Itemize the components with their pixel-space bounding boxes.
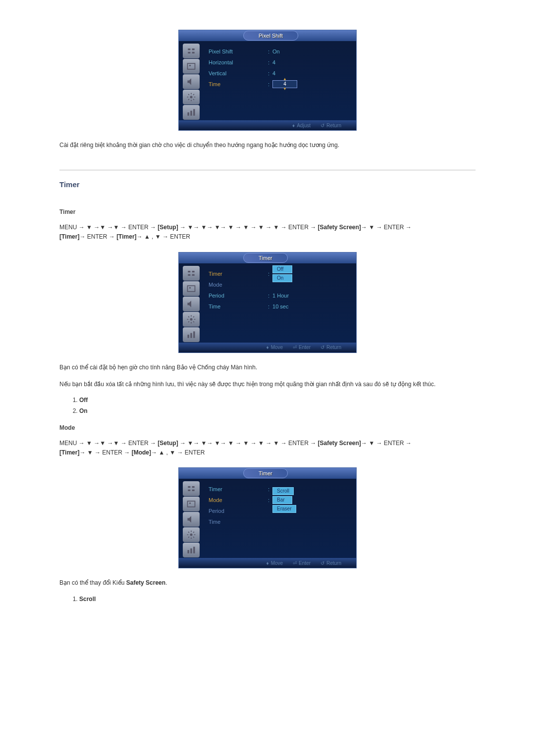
osd-label: Time (209, 303, 268, 309)
osd-header: Timer (179, 252, 356, 263)
osd-option[interactable]: Eraser (272, 505, 296, 513)
svg-rect-10 (190, 333, 192, 338)
osd-spinner[interactable]: 4 (272, 80, 297, 88)
svg-rect-17 (193, 547, 195, 554)
multi-icon (183, 543, 200, 557)
setup-icon (183, 90, 200, 104)
osd-value: 4 (272, 70, 275, 76)
footer-move: ♦ Move (267, 560, 283, 566)
svg-rect-9 (188, 335, 189, 338)
list-item: Off (79, 397, 476, 403)
setup-icon (183, 527, 200, 542)
osd-body: Timer : Off On Mode Period : 1 Hour Time (179, 263, 356, 343)
svg-point-7 (189, 287, 191, 288)
osd-header: Pixel Shift (179, 30, 356, 41)
footer-adjust: ♦ Adjust (292, 123, 311, 128)
osd-label: Timer (209, 486, 268, 492)
osd-items: Timer : On Mode : Scroll Bar Eraser Peri… (204, 479, 356, 558)
option-list: Scroll (79, 596, 476, 603)
subsection-mode: Mode (59, 424, 476, 431)
colon: : (268, 497, 269, 503)
multi-icon (183, 105, 200, 120)
section-heading-timer: Timer (59, 180, 476, 189)
osd-items: Timer : Off On Mode Period : 1 Hour Time (204, 263, 356, 343)
footer-enter: ⏎ Enter (293, 345, 311, 350)
osd-row: Time : 10 sec (209, 301, 351, 312)
paragraph: Cài đặt riêng biệt khoảng thời gian chờ … (59, 141, 476, 150)
svg-rect-11 (193, 331, 195, 338)
sound-icon (183, 512, 200, 527)
osd-row: Horizontal : 4 (209, 57, 351, 68)
osd-option[interactable]: On (272, 274, 292, 282)
svg-point-1 (189, 65, 191, 66)
osd-option-selected[interactable]: Off (272, 265, 292, 273)
osd-row: Vertical : 4 (209, 68, 351, 79)
osd-row: Pixel Shift : On (209, 46, 351, 57)
document-content: Pixel Shift Pixel Shift : On Horizontal … (59, 30, 476, 603)
footer-return: ↺ Return (321, 560, 341, 566)
osd-label: Pixel Shift (209, 49, 268, 54)
osd-icon-column (179, 41, 204, 120)
picture-icon (183, 497, 200, 511)
svg-rect-3 (188, 112, 189, 116)
svg-point-8 (190, 318, 193, 320)
menu-nav-path: MENU → ▼ →▼ →▼ → ENTER → [Setup] → ▼→ ▼→… (59, 439, 476, 457)
colon: : (268, 59, 269, 65)
multi-icon (183, 327, 200, 342)
svg-point-2 (190, 96, 193, 99)
osd-body: Timer : On Mode : Scroll Bar Eraser Peri… (179, 479, 356, 558)
osd-footer: ♦ Move ⏎ Enter ↺ Return (179, 558, 356, 568)
osd-row: Period : 1 Hour (209, 290, 351, 301)
svg-rect-5 (193, 109, 195, 115)
osd-footer: ♦ Adjust ↺ Return (179, 120, 356, 130)
colon: : (268, 303, 269, 309)
osd-label: Vertical (209, 70, 268, 76)
sound-icon (183, 74, 200, 89)
paragraph: Bạn có thể thay đổi Kiểu Safety Screen. (59, 578, 476, 588)
osd-value: On (272, 49, 280, 54)
svg-rect-12 (188, 501, 195, 507)
sound-icon (183, 297, 200, 311)
osd-value: 10 sec (272, 303, 288, 309)
list-item: Scroll (79, 596, 476, 603)
paragraph: Bạn có thể cài đặt bộ hẹn giờ cho tính n… (59, 363, 476, 372)
osd-label: Time (209, 519, 268, 525)
setup-icon (183, 312, 200, 327)
osd-timer-mode: Timer Timer : On Mode : (178, 467, 357, 568)
osd-label: Timer (209, 271, 268, 277)
picture-icon (183, 59, 200, 74)
colon: : (268, 81, 269, 87)
osd-timer: Timer Timer : Off On (178, 252, 357, 353)
menu-nav-path: MENU → ▼ →▼ →▼ → ENTER → [Setup] → ▼→ ▼→… (59, 223, 476, 242)
svg-rect-15 (188, 550, 189, 554)
svg-rect-16 (190, 549, 192, 554)
svg-rect-0 (188, 63, 195, 69)
osd-title: Timer (243, 468, 288, 478)
osd-label: Mode (209, 497, 268, 503)
list-item: On (79, 407, 476, 414)
colon: : (268, 293, 269, 299)
input-icon (183, 44, 200, 58)
footer-move: ♦ Move (267, 345, 283, 350)
svg-rect-6 (188, 286, 195, 292)
paragraph: Nếu bạn bắt đầu xóa tất cả những hình lư… (59, 380, 476, 389)
osd-row-active[interactable]: Mode : Scroll Bar Eraser (209, 495, 351, 505)
osd-row-active[interactable]: Time : 4 (209, 79, 351, 90)
osd-option-selected[interactable]: Scroll (272, 487, 294, 495)
osd-body: Pixel Shift : On Horizontal : 4 Vertical… (179, 41, 356, 120)
osd-title: Timer (243, 253, 288, 263)
osd-icon-column (179, 479, 204, 558)
divider (59, 170, 476, 170)
colon: : (268, 70, 269, 76)
svg-point-14 (190, 534, 193, 536)
osd-items: Pixel Shift : On Horizontal : 4 Vertical… (204, 41, 356, 120)
option-list: Off On (79, 397, 476, 414)
osd-option[interactable]: Bar (272, 496, 292, 504)
osd-label: Horizontal (209, 59, 268, 65)
colon: : (268, 271, 269, 277)
footer-enter: ⏎ Enter (293, 560, 311, 566)
footer-return: ↺ Return (321, 123, 341, 128)
input-icon (183, 481, 200, 496)
osd-row-active[interactable]: Timer : Off On (209, 268, 351, 279)
osd-row: Time (209, 516, 351, 527)
